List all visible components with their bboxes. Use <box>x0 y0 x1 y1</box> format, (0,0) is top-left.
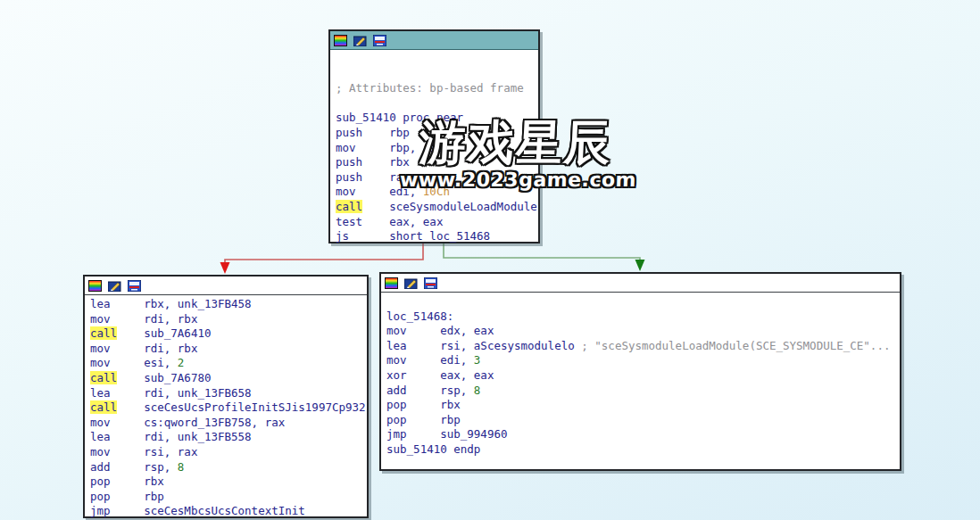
code-line[interactable]: sub_51410 proc near <box>336 111 536 126</box>
code-line[interactable] <box>336 67 536 82</box>
code-line[interactable]: call sub_7A6410 <box>90 326 365 342</box>
highlighted-call: call <box>90 371 117 384</box>
code-text: jmp sceCesMbcsUcsContextInit <box>90 504 305 517</box>
disassembly-listing: loc_51468:mov edx, eaxlea rsi, aScesysmo… <box>381 293 900 459</box>
code-text: push rbp <box>336 126 410 139</box>
disassembly-listing: ; Attributes: bp-based frame sub_51410 p… <box>330 50 538 246</box>
code-line[interactable]: mov rdi, rbx <box>90 312 365 327</box>
code-text: 8 <box>178 460 185 474</box>
code-line[interactable] <box>386 294 898 310</box>
highlighted-call: call <box>90 400 117 414</box>
code-text: 8 <box>474 384 481 397</box>
comment-text: ; "sceSysmoduleLoadModule(SCE_SYSMODULE_… <box>581 339 890 352</box>
code-line[interactable]: ; Attributes: bp-based frame <box>336 81 536 96</box>
code-text: sub_51410 endp <box>386 442 480 456</box>
highlighted-call: call <box>336 200 362 213</box>
code-line[interactable]: pop rbx <box>386 398 898 413</box>
code-text: mov edx, eax <box>386 324 494 337</box>
code-line[interactable]: mov rdi, rbx <box>90 342 365 357</box>
code-line[interactable] <box>336 52 536 67</box>
edit-node-icon[interactable] <box>353 35 367 46</box>
code-text: sub_51410 proc near <box>336 111 463 124</box>
node-title-bar[interactable] <box>330 31 538 50</box>
code-line[interactable]: mov edx, eax <box>386 324 898 339</box>
edge-true-branch-arrowhead <box>635 260 645 271</box>
code-line[interactable]: pop rbp <box>386 413 898 428</box>
group-node-icon[interactable] <box>128 280 141 292</box>
code-line[interactable]: add rsp, 8 <box>386 384 898 399</box>
code-text: lea rdi, unk_13FB658 <box>90 386 252 400</box>
node-color-icon[interactable] <box>385 277 398 289</box>
code-text: add rsp, <box>386 384 474 397</box>
code-line[interactable]: mov esi, 2 <box>90 356 365 371</box>
code-line[interactable]: lea rdi, unk_13FB558 <box>90 430 365 445</box>
code-text: push rax <box>336 170 410 184</box>
code-line[interactable]: add rsp, 8 <box>90 460 365 475</box>
code-line[interactable]: lea rdi, unk_13FB658 <box>90 386 365 401</box>
code-line[interactable]: test eax, eax <box>336 215 536 230</box>
node-title-bar[interactable] <box>381 274 900 293</box>
edit-node-icon[interactable] <box>404 277 418 289</box>
code-text: test eax, eax <box>336 215 443 228</box>
ida-graph-view: { "watermark": { "title": "游戏星辰", "subti… <box>0 0 980 520</box>
disassembly-listing: lea rbx, unk_13FB458mov rdi, rbxcall sub… <box>85 295 367 520</box>
code-text: lea rbx, unk_13FB458 <box>90 297 252 310</box>
code-line[interactable] <box>336 96 536 111</box>
code-line[interactable]: mov edi, 3 <box>386 353 898 368</box>
code-text: lea rsi, aScesysmodulelo <box>386 339 581 352</box>
code-line[interactable]: loc_51468: <box>386 310 898 325</box>
group-node-icon[interactable] <box>373 35 386 46</box>
code-text: mov rdi, rbx <box>90 342 197 355</box>
node-title-bar[interactable] <box>85 277 367 295</box>
code-text: loc_51468: <box>386 310 453 323</box>
code-text: pop rbp <box>90 490 164 503</box>
code-line[interactable]: mov edi, 10Ch <box>336 185 536 200</box>
comment-text: ; Attributes: bp-based frame <box>336 81 524 95</box>
code-line[interactable]: push rbx <box>336 155 536 170</box>
code-line[interactable]: jmp sceCesMbcsUcsContextInit <box>90 504 365 519</box>
code-text: jmp sub_994960 <box>386 427 507 441</box>
code-text: 10Ch <box>423 185 450 198</box>
basic-block-loc-51468[interactable]: loc_51468:mov edx, eaxlea rsi, aScesysmo… <box>379 272 901 471</box>
code-line[interactable]: mov cs:qword_13FB758, rax <box>90 416 365 431</box>
code-text: mov esi, <box>90 356 178 369</box>
basic-block-sub-51410[interactable]: ; Attributes: bp-based frame sub_51410 p… <box>328 29 540 243</box>
code-line[interactable]: js short loc_51468 <box>336 229 536 244</box>
code-line[interactable]: push rbp <box>336 126 536 141</box>
code-text: push rbx <box>336 155 410 169</box>
code-line[interactable]: call sub_7A6780 <box>90 371 365 386</box>
code-line[interactable]: jmp sub_994960 <box>386 427 898 442</box>
code-line[interactable]: mov rbp, rsp <box>336 141 536 156</box>
code-line[interactable]: pop rbx <box>90 475 365 490</box>
code-text: xor eax, eax <box>386 368 494 382</box>
code-text: add rsp, <box>90 460 178 474</box>
group-node-icon[interactable] <box>424 277 437 289</box>
code-line[interactable]: call sceSysmoduleLoadModule <box>336 200 536 215</box>
code-text: mov rbp, rsp <box>336 141 443 154</box>
basic-block-fallthrough[interactable]: lea rbx, unk_13FB458mov rdi, rbxcall sub… <box>83 275 369 518</box>
code-text: lea rdi, unk_13FB558 <box>90 430 252 443</box>
code-line[interactable]: push rax <box>336 170 536 186</box>
code-text: mov edi, <box>386 353 474 367</box>
code-text: mov rsi, rax <box>90 445 197 458</box>
code-text: sceSysmoduleLoadModule <box>362 200 537 213</box>
code-text: 3 <box>474 353 481 367</box>
edit-node-icon[interactable] <box>108 280 121 292</box>
code-line[interactable]: mov rsi, rax <box>90 445 365 460</box>
highlighted-call: call <box>90 326 117 340</box>
code-line[interactable]: sub_51410 endp <box>386 442 898 458</box>
node-color-icon[interactable] <box>88 280 102 292</box>
code-line[interactable]: lea rbx, unk_13FB458 <box>90 297 365 312</box>
code-line[interactable]: call sceCesUcsProfileInitSJis1997Cp932 <box>90 400 365 416</box>
code-line[interactable]: pop rbp <box>90 490 365 505</box>
code-text: sub_7A6780 <box>117 371 211 384</box>
node-color-icon[interactable] <box>334 35 347 46</box>
code-text: sub_7A6410 <box>117 326 211 340</box>
code-text: mov rdi, rbx <box>90 312 197 326</box>
code-text: sceCesUcsProfileInitSJis1997Cp932 <box>117 400 365 414</box>
code-line[interactable]: lea rsi, aScesysmodulelo ; "sceSysmodule… <box>386 339 898 354</box>
edge-false-branch-arrowhead <box>220 262 230 274</box>
code-text: mov cs:qword_13FB758, rax <box>90 416 285 429</box>
code-text: mov edi, <box>336 185 423 198</box>
code-line[interactable]: xor eax, eax <box>386 368 898 384</box>
